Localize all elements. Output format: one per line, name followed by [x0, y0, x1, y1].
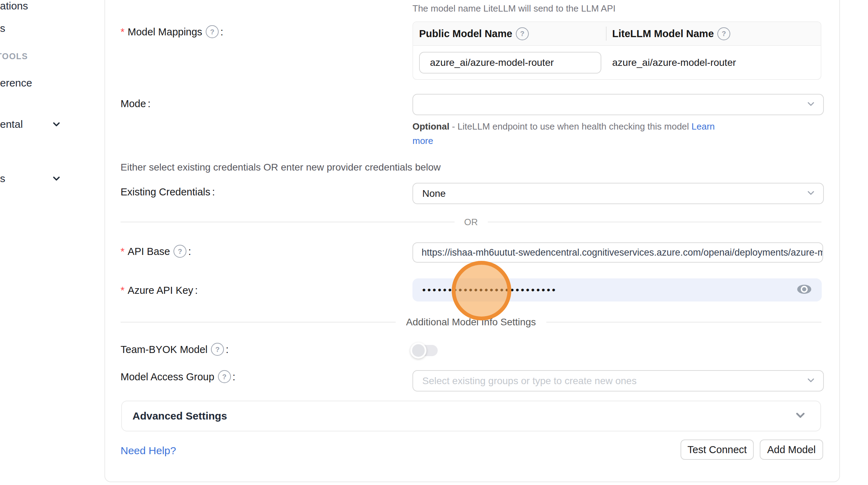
litellm-model-name-value: azure_ai/azure-model-router: [606, 57, 821, 68]
divider-line: [121, 222, 454, 222]
existing-credentials-label-text: Existing Credentials: [121, 186, 210, 198]
colon: :: [212, 186, 215, 198]
model-access-group-select[interactable]: Select existing groups or type to create…: [412, 370, 824, 392]
or-divider: OR: [121, 217, 821, 227]
advanced-settings-panel[interactable]: Advanced Settings: [121, 401, 821, 431]
model-access-group-label-text: Model Access Group: [121, 370, 214, 383]
divider-line: [488, 222, 822, 222]
public-model-name-value: azure_ai/azure-model-router: [420, 57, 554, 68]
sidebar-section-tools: TOOLS: [0, 51, 28, 62]
model-mappings-label-text: Model Mappings: [128, 26, 202, 38]
colon: :: [148, 97, 151, 110]
column-divider: [606, 27, 607, 41]
model-mappings-label: * Model Mappings ? :: [121, 25, 223, 38]
sidebar-item-organizations[interactable]: ations: [0, 0, 28, 12]
help-icon[interactable]: ?: [717, 27, 730, 40]
mode-label-text: Mode: [121, 97, 146, 110]
team-byok-label-text: Team-BYOK Model: [121, 343, 207, 356]
public-model-name-input[interactable]: azure_ai/azure-model-router: [419, 52, 601, 74]
team-byok-label: Team-BYOK Model ? :: [121, 343, 228, 356]
need-help-link[interactable]: Need Help?: [121, 445, 176, 457]
chevron-down-icon[interactable]: [51, 119, 62, 131]
mode-label: Mode :: [121, 97, 151, 110]
help-icon[interactable]: ?: [173, 245, 186, 258]
table-header-row: Public Model Name ? LiteLLM Model Name ?: [413, 22, 821, 46]
chevron-down-icon: [794, 409, 807, 423]
model-access-group-label: Model Access Group ? :: [121, 370, 235, 383]
api-base-input[interactable]: https://ishaa-mh6uutut-swedencentral.cog…: [412, 242, 823, 263]
api-base-label-text: API Base: [128, 245, 170, 258]
column-header-litellm-model-name: LiteLLM Model Name ?: [606, 27, 821, 40]
divider-line: [121, 322, 396, 323]
required-mark: *: [121, 245, 124, 258]
toggle-knob: [410, 342, 426, 359]
table-row: azure_ai/azure-model-router azure_ai/azu…: [413, 46, 821, 79]
chevron-down-icon: [806, 188, 816, 200]
add-model-page: ations s TOOLS erence ental s The model …: [0, 0, 868, 485]
test-connect-button[interactable]: Test Connect: [681, 439, 754, 460]
divider-line: [546, 322, 821, 323]
chevron-down-icon[interactable]: [51, 173, 62, 185]
model-access-group-placeholder: Select existing groups or type to create…: [413, 375, 637, 387]
sidebar-item-settings[interactable]: s: [0, 172, 5, 185]
existing-credentials-select[interactable]: None: [412, 183, 824, 204]
help-icon[interactable]: ?: [218, 370, 231, 383]
litellm-model-name-header-text: LiteLLM Model Name: [612, 28, 714, 40]
sidebar-item-reference[interactable]: erence: [0, 77, 32, 89]
masked-api-key-value: ••••••••••••••••••••••••••: [422, 278, 557, 302]
help-icon[interactable]: ?: [206, 25, 219, 38]
column-header-public-model-name: Public Model Name ?: [413, 27, 606, 40]
existing-credentials-value: None: [413, 188, 446, 199]
sidebar-item-2[interactable]: s: [0, 22, 5, 35]
or-divider-text: OR: [464, 217, 478, 228]
advanced-settings-title: Advanced Settings: [132, 401, 227, 431]
help-icon[interactable]: ?: [516, 27, 529, 40]
mode-hint: Optional - LiteLLM endpoint to use when …: [412, 119, 721, 148]
required-mark: *: [121, 284, 124, 297]
team-byok-toggle[interactable]: [410, 342, 440, 359]
model-name-hint: The model name LiteLLM will send to the …: [412, 3, 616, 14]
colon: :: [226, 343, 228, 356]
mode-hint-bold: Optional: [412, 121, 449, 132]
required-mark: *: [121, 26, 124, 38]
azure-api-key-input[interactable]: ••••••••••••••••••••••••••: [412, 278, 822, 302]
sidebar-item-experimental[interactable]: ental: [0, 118, 23, 131]
help-icon[interactable]: ?: [211, 343, 224, 356]
additional-settings-divider: Additional Model Info Settings: [121, 317, 821, 327]
mode-hint-text: - LiteLLM endpoint to use when health ch…: [449, 121, 691, 132]
credentials-note: Either select existing credentials OR en…: [121, 161, 441, 173]
azure-api-key-label-text: Azure API Key: [128, 284, 193, 297]
colon: :: [195, 284, 198, 297]
additional-settings-divider-text: Additional Model Info Settings: [406, 317, 536, 328]
api-base-label: * API Base ? :: [121, 245, 191, 258]
public-model-name-cell: azure_ai/azure-model-router: [413, 52, 606, 74]
colon: :: [188, 245, 191, 258]
existing-credentials-label: Existing Credentials :: [121, 186, 215, 198]
colon: :: [220, 26, 223, 38]
chevron-down-icon: [806, 99, 816, 111]
api-base-value: https://ishaa-mh6uutut-swedencentral.cog…: [413, 247, 822, 258]
add-model-button[interactable]: Add Model: [760, 439, 823, 460]
chevron-down-icon: [806, 375, 816, 387]
azure-api-key-label: * Azure API Key :: [121, 284, 198, 297]
colon: :: [233, 370, 235, 383]
model-mappings-table: Public Model Name ? LiteLLM Model Name ?…: [412, 21, 821, 80]
eye-icon[interactable]: [797, 283, 812, 297]
public-model-name-header-text: Public Model Name: [419, 28, 512, 40]
mode-select[interactable]: [412, 94, 824, 115]
